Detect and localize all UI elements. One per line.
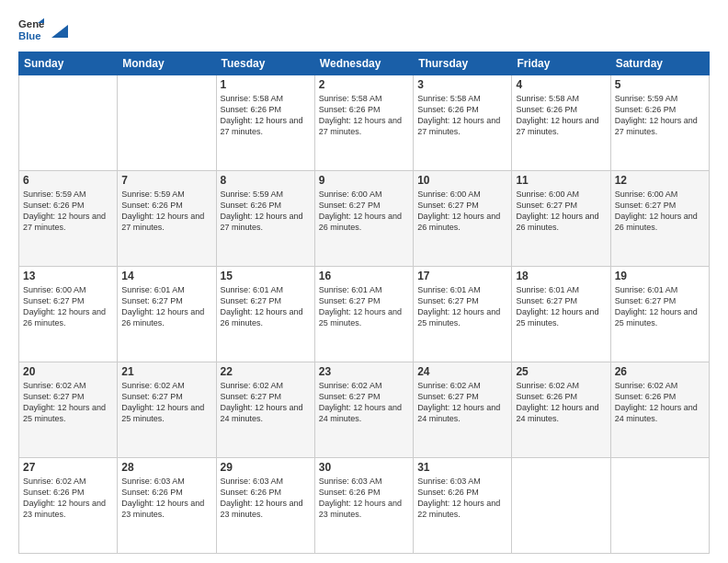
day-number: 4 — [516, 78, 606, 91]
day-info: Sunrise: 6:02 AM Sunset: 6:27 PM Dayligh… — [417, 380, 507, 425]
day-info: Sunrise: 6:01 AM Sunset: 6:27 PM Dayligh… — [516, 284, 606, 329]
calendar-cell: 17Sunrise: 6:01 AM Sunset: 6:27 PM Dayli… — [414, 267, 512, 362]
calendar-week-row: 13Sunrise: 6:00 AM Sunset: 6:27 PM Dayli… — [19, 267, 710, 362]
day-number: 30 — [319, 461, 409, 474]
calendar-cell: 10Sunrise: 6:00 AM Sunset: 6:27 PM Dayli… — [414, 171, 512, 267]
day-number: 25 — [516, 365, 606, 378]
day-number: 15 — [221, 270, 311, 282]
day-number: 11 — [516, 174, 606, 187]
day-info: Sunrise: 6:01 AM Sunset: 6:27 PM Dayligh… — [615, 284, 705, 329]
day-number: 9 — [319, 174, 409, 187]
day-number: 22 — [221, 365, 311, 378]
calendar-cell: 28Sunrise: 6:03 AM Sunset: 6:26 PM Dayli… — [118, 458, 216, 554]
col-header-saturday: Saturday — [610, 52, 709, 75]
day-info: Sunrise: 5:58 AM Sunset: 6:26 PM Dayligh… — [221, 93, 311, 138]
calendar-cell: 16Sunrise: 6:01 AM Sunset: 6:27 PM Dayli… — [314, 267, 413, 362]
calendar-cell: 31Sunrise: 6:03 AM Sunset: 6:26 PM Dayli… — [414, 458, 512, 554]
calendar-cell: 15Sunrise: 6:01 AM Sunset: 6:27 PM Dayli… — [216, 267, 314, 362]
day-info: Sunrise: 6:00 AM Sunset: 6:27 PM Dayligh… — [615, 189, 705, 234]
day-info: Sunrise: 6:01 AM Sunset: 6:27 PM Dayligh… — [221, 284, 311, 329]
day-info: Sunrise: 6:02 AM Sunset: 6:27 PM Dayligh… — [221, 380, 311, 425]
day-info: Sunrise: 6:02 AM Sunset: 6:27 PM Dayligh… — [319, 380, 409, 425]
calendar-cell: 4Sunrise: 5:58 AM Sunset: 6:26 PM Daylig… — [512, 75, 610, 171]
day-number: 21 — [121, 365, 211, 378]
calendar-cell: 24Sunrise: 6:02 AM Sunset: 6:27 PM Dayli… — [414, 362, 512, 458]
calendar-cell: 25Sunrise: 6:02 AM Sunset: 6:26 PM Dayli… — [512, 362, 610, 458]
calendar-cell: 19Sunrise: 6:01 AM Sunset: 6:27 PM Dayli… — [610, 267, 709, 362]
calendar-cell: 13Sunrise: 6:00 AM Sunset: 6:27 PM Dayli… — [19, 267, 118, 362]
calendar-week-row: 20Sunrise: 6:02 AM Sunset: 6:27 PM Dayli… — [19, 362, 710, 458]
calendar-cell: 8Sunrise: 5:59 AM Sunset: 6:26 PM Daylig… — [216, 171, 314, 267]
day-number: 12 — [615, 174, 705, 187]
day-number: 1 — [221, 78, 311, 91]
day-info: Sunrise: 6:02 AM Sunset: 6:27 PM Dayligh… — [23, 380, 113, 425]
calendar-cell: 12Sunrise: 6:00 AM Sunset: 6:27 PM Dayli… — [610, 171, 709, 267]
col-header-wednesday: Wednesday — [314, 52, 413, 75]
svg-marker-3 — [51, 25, 68, 38]
calendar-cell: 18Sunrise: 6:01 AM Sunset: 6:27 PM Dayli… — [512, 267, 610, 362]
day-info: Sunrise: 6:01 AM Sunset: 6:27 PM Dayligh… — [319, 284, 409, 329]
calendar-cell: 1Sunrise: 5:58 AM Sunset: 6:26 PM Daylig… — [216, 75, 314, 171]
calendar-cell: 20Sunrise: 6:02 AM Sunset: 6:27 PM Dayli… — [19, 362, 118, 458]
logo-icon: General Blue — [18, 17, 44, 42]
col-header-sunday: Sunday — [19, 52, 118, 75]
day-info: Sunrise: 5:59 AM Sunset: 6:26 PM Dayligh… — [23, 189, 113, 234]
day-info: Sunrise: 6:02 AM Sunset: 6:26 PM Dayligh… — [23, 476, 113, 521]
day-number: 7 — [121, 174, 211, 187]
day-info: Sunrise: 6:00 AM Sunset: 6:27 PM Dayligh… — [319, 189, 409, 234]
day-number: 31 — [417, 461, 507, 474]
logo: General Blue — [18, 17, 68, 42]
calendar-cell: 7Sunrise: 5:59 AM Sunset: 6:26 PM Daylig… — [118, 171, 216, 267]
day-info: Sunrise: 6:02 AM Sunset: 6:26 PM Dayligh… — [615, 380, 705, 425]
day-info: Sunrise: 6:00 AM Sunset: 6:27 PM Dayligh… — [23, 284, 113, 329]
col-header-friday: Friday — [512, 52, 610, 75]
day-info: Sunrise: 6:02 AM Sunset: 6:26 PM Dayligh… — [516, 380, 606, 425]
calendar-header-row: SundayMondayTuesdayWednesdayThursdayFrid… — [19, 52, 710, 75]
page: General Blue SundayMondayTuesdayWed — [0, 0, 728, 563]
day-number: 17 — [417, 270, 507, 282]
calendar-week-row: 1Sunrise: 5:58 AM Sunset: 6:26 PM Daylig… — [19, 75, 710, 171]
calendar-week-row: 27Sunrise: 6:02 AM Sunset: 6:26 PM Dayli… — [19, 458, 710, 554]
calendar-cell: 30Sunrise: 6:03 AM Sunset: 6:26 PM Dayli… — [314, 458, 413, 554]
col-header-tuesday: Tuesday — [216, 52, 314, 75]
day-number: 23 — [319, 365, 409, 378]
day-number: 26 — [615, 365, 705, 378]
day-number: 20 — [23, 365, 113, 378]
day-info: Sunrise: 5:59 AM Sunset: 6:26 PM Dayligh… — [121, 189, 211, 234]
svg-text:Blue: Blue — [18, 30, 41, 41]
day-number: 29 — [221, 461, 311, 474]
day-info: Sunrise: 6:02 AM Sunset: 6:27 PM Dayligh… — [121, 380, 211, 425]
day-number: 6 — [23, 174, 113, 187]
day-number: 14 — [121, 270, 211, 282]
calendar-cell — [512, 458, 610, 554]
col-header-thursday: Thursday — [414, 52, 512, 75]
calendar-cell: 11Sunrise: 6:00 AM Sunset: 6:27 PM Dayli… — [512, 171, 610, 267]
calendar-cell: 14Sunrise: 6:01 AM Sunset: 6:27 PM Dayli… — [118, 267, 216, 362]
day-info: Sunrise: 6:03 AM Sunset: 6:26 PM Dayligh… — [121, 476, 211, 521]
calendar-cell — [19, 75, 118, 171]
day-number: 13 — [23, 270, 113, 282]
calendar-cell: 29Sunrise: 6:03 AM Sunset: 6:26 PM Dayli… — [216, 458, 314, 554]
calendar-table: SundayMondayTuesdayWednesdayThursdayFrid… — [18, 52, 710, 554]
day-info: Sunrise: 5:59 AM Sunset: 6:26 PM Dayligh… — [615, 93, 705, 138]
calendar-cell — [610, 458, 709, 554]
header: General Blue — [18, 17, 710, 42]
day-number: 5 — [615, 78, 705, 91]
calendar-cell: 26Sunrise: 6:02 AM Sunset: 6:26 PM Dayli… — [610, 362, 709, 458]
calendar-cell: 6Sunrise: 5:59 AM Sunset: 6:26 PM Daylig… — [19, 171, 118, 267]
calendar-cell: 27Sunrise: 6:02 AM Sunset: 6:26 PM Dayli… — [19, 458, 118, 554]
calendar-cell: 22Sunrise: 6:02 AM Sunset: 6:27 PM Dayli… — [216, 362, 314, 458]
svg-text:General: General — [18, 18, 44, 29]
day-number: 3 — [417, 78, 507, 91]
day-info: Sunrise: 6:03 AM Sunset: 6:26 PM Dayligh… — [319, 476, 409, 521]
day-number: 8 — [221, 174, 311, 187]
day-number: 27 — [23, 461, 113, 474]
calendar-week-row: 6Sunrise: 5:59 AM Sunset: 6:26 PM Daylig… — [19, 171, 710, 267]
day-number: 28 — [121, 461, 211, 474]
day-number: 19 — [615, 270, 705, 282]
calendar-cell — [118, 75, 216, 171]
calendar-cell: 9Sunrise: 6:00 AM Sunset: 6:27 PM Daylig… — [314, 171, 413, 267]
day-info: Sunrise: 6:03 AM Sunset: 6:26 PM Dayligh… — [417, 476, 507, 521]
day-info: Sunrise: 6:00 AM Sunset: 6:27 PM Dayligh… — [516, 189, 606, 234]
day-info: Sunrise: 6:01 AM Sunset: 6:27 PM Dayligh… — [121, 284, 211, 329]
